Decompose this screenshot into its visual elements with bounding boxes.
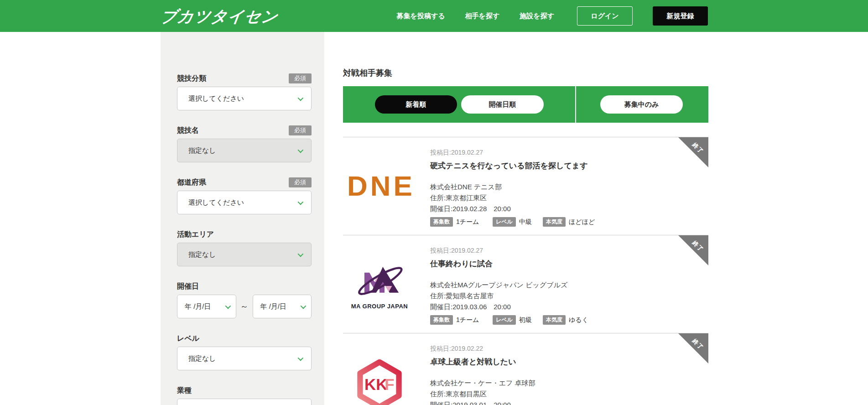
company-name: 株式会社MAグループジャパン ビッグブルズ [430, 280, 686, 291]
chevron-down-icon [225, 303, 231, 309]
event-date: 開催日:2019.03.06 20:00 [430, 301, 686, 312]
company-address: 住所:東京都江東区 [430, 192, 686, 203]
recruitment-title: 卓球上級者と対戦したい [430, 357, 686, 368]
posted-date: 投稿日:2019.02.27 [430, 246, 686, 254]
chevron-down-icon [298, 251, 304, 257]
level-badge: レベル [493, 217, 516, 227]
header: ブカツタイセン 募集を投稿する 相手を探す 施設を探す ログイン 新規登録 [0, 0, 868, 32]
recruitment-card[interactable]: 終了 MA GROUP JAPAN 投稿日:2019.02.27 仕事終わりに試… [343, 235, 708, 333]
nav-post-recruitment[interactable]: 募集を投稿する [397, 12, 445, 21]
company-logo-caption: MA GROUP JAPAN [347, 303, 412, 310]
login-button[interactable]: ログイン [577, 6, 633, 26]
filter-label: 競技分類 [177, 74, 206, 83]
seriousness-badge: 本気度 [543, 315, 566, 325]
required-badge: 必須 [289, 177, 312, 187]
posted-date: 投稿日:2019.02.27 [430, 148, 686, 156]
nav-find-facility[interactable]: 施設を探す [520, 12, 554, 21]
posted-date: 投稿日:2019.02.22 [430, 344, 686, 353]
company-address: 住所:愛知県名古屋市 [430, 291, 686, 301]
recruitment-card[interactable]: 終了 DNE 投稿日:2019.02.27 硬式テニスを行なっている部活を探して… [343, 137, 708, 235]
required-badge: 必須 [289, 73, 312, 83]
chevron-down-icon [298, 147, 304, 153]
level-badge-group: レベル 初級 [493, 315, 543, 325]
filter-label: レベル [177, 334, 199, 343]
company-name: 株式会社DNE テニス部 [430, 182, 686, 192]
chevron-down-icon [298, 95, 304, 101]
teams-badge-group: 募集数 1チーム [430, 315, 493, 325]
filter-label: 競技名 [177, 126, 199, 135]
teams-badge-group: 募集数 1チーム [430, 217, 493, 227]
industry-select[interactable] [177, 399, 312, 405]
company-address: 住所:東京都目黒区 [430, 389, 686, 400]
header-nav: 募集を投稿する 相手を探す 施設を探す ログイン 新規登録 [397, 0, 708, 32]
filter-activity-area: 活動エリア 指定なし [177, 230, 312, 266]
sort-tab-event-date[interactable]: 開催日順 [461, 95, 544, 114]
sport-category-select[interactable]: 選択してください [177, 87, 312, 110]
filter-industry: 業種 [177, 386, 312, 405]
teams-badge: 募集数 [430, 217, 453, 227]
date-range-separator: ～ [236, 301, 253, 312]
sort-bar: 新着順 開催日順 募集中のみ [343, 86, 708, 123]
filter-level: レベル 指定なし [177, 334, 312, 370]
sort-bar-divider [575, 86, 576, 123]
svg-text:KK: KK [364, 375, 388, 393]
filter-label: 業種 [177, 386, 192, 395]
nav-find-opponent[interactable]: 相手を探す [465, 12, 500, 21]
event-date: 開催日:2019.02.28 20:00 [430, 203, 686, 214]
seriousness-badge-group: 本気度 ゆるく [543, 315, 588, 325]
level-select[interactable]: 指定なし [177, 347, 312, 370]
required-badge: 必須 [289, 125, 312, 135]
filter-open-only-toggle[interactable]: 募集中のみ [600, 95, 683, 114]
level-badge-group: レベル 中級 [493, 217, 543, 227]
event-date: 開催日:2019.03.01 20:00 [430, 400, 686, 405]
recruitment-title: 仕事終わりに試合 [430, 259, 686, 270]
recruitment-title: 硬式テニスを行なっている部活を探してます [430, 161, 686, 171]
teams-badge: 募集数 [430, 315, 453, 325]
activity-area-select[interactable]: 指定なし [177, 243, 312, 266]
filter-sport-name: 競技名 必須 指定なし [177, 126, 312, 162]
recruitment-card[interactable]: 終了 KK F 投稿日:2019.02.22 卓球上級者と対戦したい [343, 333, 708, 405]
company-logo-ma: MA GROUP JAPAN [347, 263, 412, 310]
date-from-select[interactable]: 年 /月/日 [177, 295, 236, 318]
main-content: 対戦相手募集 新着順 開催日順 募集中のみ 終了 DNE 投稿日:2019.02… [343, 32, 708, 405]
filter-prefecture: 都道府県 必須 選択してください [177, 178, 312, 214]
site-logo[interactable]: ブカツタイセン [159, 6, 280, 27]
chevron-down-icon [298, 199, 304, 205]
register-button[interactable]: 新規登録 [653, 6, 708, 26]
sport-name-select[interactable]: 指定なし [177, 139, 312, 162]
chevron-down-icon [298, 355, 304, 361]
company-name: 株式会社ケー・ケー・エフ 卓球部 [430, 378, 686, 389]
filter-sport-category: 競技分類 必須 選択してください [177, 74, 312, 110]
filter-label: 都道府県 [177, 178, 206, 187]
seriousness-badge-group: 本気度 ほどほど [543, 217, 595, 227]
recruitment-list: 終了 DNE 投稿日:2019.02.27 硬式テニスを行なっている部活を探して… [343, 137, 708, 405]
level-badge: レベル [493, 315, 516, 325]
svg-text:F: F [385, 375, 394, 393]
page-title: 対戦相手募集 [343, 68, 392, 78]
company-logo-dne: DNE [347, 169, 412, 203]
filter-event-date: 開催日 年 /月/日 ～ 年 /月/日 [177, 282, 312, 318]
date-to-select[interactable]: 年 /月/日 [253, 295, 312, 318]
prefecture-select[interactable]: 選択してください [177, 191, 312, 214]
filter-sidebar: 競技分類 必須 選択してください 競技名 必須 指定なし 都道府県 必須 選択し… [161, 32, 324, 405]
sort-tab-newest[interactable]: 新着順 [375, 95, 457, 114]
filter-label: 開催日 [177, 282, 199, 291]
chevron-down-icon [301, 303, 307, 309]
seriousness-badge: 本気度 [543, 217, 566, 227]
company-logo-kkf: KK F [347, 358, 412, 405]
filter-label: 活動エリア [177, 230, 214, 239]
